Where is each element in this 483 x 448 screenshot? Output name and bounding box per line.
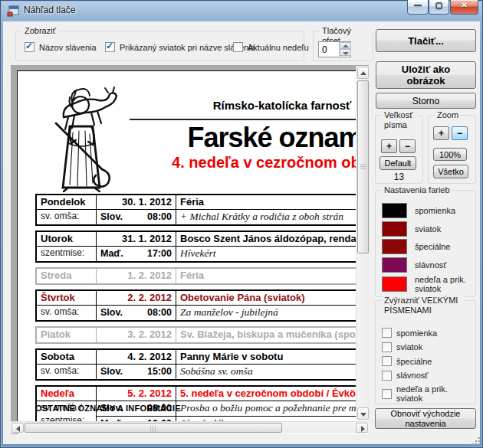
color-swatch[interactable] xyxy=(382,257,407,273)
bulletin-title: Farské oznamy xyxy=(117,122,369,154)
check-icon: ✓ xyxy=(106,41,113,51)
show-option-checkbox[interactable]: ✓Názov slávenia xyxy=(25,42,97,52)
print-button[interactable]: Tlačiť... xyxy=(376,29,476,52)
zoom-in-button[interactable]: + xyxy=(433,126,449,140)
highlight-checkbox[interactable]: slávnosť xyxy=(382,371,462,381)
mass-row-list: Slov.15:00Sobášna sv. omša xyxy=(97,365,369,379)
mass-language: Slov. xyxy=(100,365,123,379)
print-offset-value: 0 xyxy=(322,44,327,55)
save-as-image-button[interactable]: Uložiť ako obrázok xyxy=(376,61,476,89)
color-setting-row: sviatok xyxy=(382,221,470,237)
checkbox-box[interactable]: ✓ xyxy=(105,42,115,52)
checkbox-box[interactable] xyxy=(382,342,392,352)
day-date: 1. 2. 2012 xyxy=(97,269,176,283)
celebration-title: Panny Márie v sobotu xyxy=(176,350,369,364)
arrow-right-icon xyxy=(361,426,365,432)
zoom-out-button[interactable]: − xyxy=(452,126,468,140)
color-swatch[interactable] xyxy=(382,276,407,292)
zoom-group: Zoom + − 100% Všetko xyxy=(428,115,476,184)
day-name: Pondelok xyxy=(37,195,97,209)
show-option-checkbox[interactable]: Aktuálnu nedeľu xyxy=(233,42,309,52)
day-date: 5. 2. 2012 xyxy=(97,387,176,401)
scroll-up-button[interactable] xyxy=(357,67,369,79)
show-options-label: Zobraziť xyxy=(22,26,58,36)
mass-time: 15:00 xyxy=(147,365,172,379)
highlight-checkbox[interactable]: spomienka xyxy=(382,328,462,338)
print-offset-spinner[interactable]: 0 xyxy=(318,41,351,57)
horizontal-scroll-thumb[interactable] xyxy=(25,423,282,433)
color-swatch[interactable] xyxy=(382,221,407,237)
color-swatch[interactable] xyxy=(382,203,407,218)
minimize-button[interactable]: — xyxy=(407,0,429,15)
day-row: Štvrtok2. 2. 2012Obetovanie Pána (sviato… xyxy=(37,291,369,306)
highlight-checkbox-label: nedeľa a prik. sviatok xyxy=(396,384,462,403)
highlight-checkbox-label: slávnosť xyxy=(396,371,462,380)
scroll-left-button[interactable] xyxy=(12,423,24,433)
scroll-right-button[interactable] xyxy=(356,423,368,433)
day-row: Utorok31. 1. 2012Bosco Szent János áldoz… xyxy=(37,232,369,247)
highlight-uppercase-label: Zvýrazniť VEĽKÝMI PÍSMENAMI xyxy=(382,296,465,316)
zoom-fit-all-button[interactable]: Všetko xyxy=(433,165,468,178)
resize-grip[interactable] xyxy=(472,437,481,446)
highlight-checkbox[interactable]: nedeľa a prik. sviatok xyxy=(382,384,462,403)
table-row: Pondelok30. 1. 2012Fériasv. omša:Slov.08… xyxy=(35,194,369,226)
font-size-increase-button[interactable]: + xyxy=(381,139,397,153)
spinner-down-button[interactable] xyxy=(340,49,351,56)
celebration-title: Obetovanie Pána (sviatok) xyxy=(176,291,369,305)
table-row: Štvrtok2. 2. 2012Obetovanie Pána (sviato… xyxy=(35,289,369,322)
mass-type-line: sv. omša: xyxy=(41,210,96,223)
zoom-100-button[interactable]: 100% xyxy=(433,148,467,161)
day-date: 31. 1. 2012 xyxy=(97,232,176,246)
highlight-checkbox[interactable]: sviatok xyxy=(382,342,462,352)
checkbox-box[interactable] xyxy=(382,328,392,338)
day-name: Streda xyxy=(37,269,97,283)
maximize-button[interactable]: ▢ xyxy=(429,0,449,15)
vertical-scrollbar[interactable] xyxy=(356,66,369,420)
mass-row-list: Maď.17:00Hívekért xyxy=(97,247,369,261)
mass-type-line: szentmise: xyxy=(41,247,96,260)
celebration-title: Bosco Szent János áldozópap, rendalapító xyxy=(176,232,369,246)
arrow-up-icon xyxy=(343,44,349,47)
checkbox-box[interactable] xyxy=(382,371,392,381)
horizontal-scrollbar[interactable] xyxy=(11,421,369,433)
print-offset-group: Tlačový ofset 0 xyxy=(313,31,373,61)
checkbox-box[interactable] xyxy=(233,42,243,52)
mass-lang-time: Slov.15:00 xyxy=(97,365,176,379)
cancel-button[interactable]: Storno xyxy=(376,93,476,109)
highlight-checkbox-label: sviatok xyxy=(396,342,462,352)
mass-rows: szentmise:Maď.17:00Hívekért xyxy=(37,247,369,261)
day-row: Piatok3. 2. 2012Sv. Blažeja, biskupa a m… xyxy=(37,328,369,342)
celebration-title: 5. nedeľa v cezročnom období / Évközi 5.… xyxy=(176,387,369,401)
preview-page: Rímsko-katolícka farnosť Farské oznamy 4… xyxy=(17,70,369,434)
day-name: Sobota xyxy=(37,350,97,364)
highlight-checkbox[interactable]: špeciálne xyxy=(382,356,462,366)
window-title: Náhľad tlače xyxy=(24,5,76,15)
font-size-decrease-button[interactable]: − xyxy=(399,139,416,153)
day-name: Nedeľa xyxy=(37,387,97,401)
arrow-down-icon xyxy=(343,52,349,55)
vertical-scroll-thumb[interactable] xyxy=(357,80,369,253)
checkbox-box[interactable] xyxy=(382,356,392,366)
close-icon: ✕ xyxy=(451,1,478,9)
table-row: Streda1. 2. 2012Féria xyxy=(35,267,369,285)
color-swatch[interactable] xyxy=(382,239,407,254)
arrow-up-icon xyxy=(360,71,366,75)
color-setting-row: nedeľa a prik. sviatok xyxy=(382,275,470,293)
minimize-icon: — xyxy=(408,1,428,9)
mass-language: Maď. xyxy=(100,247,123,261)
spinner-up-button[interactable] xyxy=(340,42,351,49)
table-row: Piatok3. 2. 2012Sv. Blažeja, biskupa a m… xyxy=(35,326,369,344)
close-button[interactable]: ✕ xyxy=(450,0,478,15)
title-bar[interactable]: Náhľad tlače — ▢ ✕ xyxy=(0,0,483,21)
app-form-icon xyxy=(7,5,19,17)
check-icon: ✓ xyxy=(25,41,33,51)
mass-type-label: sv. omša: xyxy=(37,306,97,320)
mass-rows: sv. omša:Slov.08:00Za manželov - jubilej… xyxy=(37,306,369,320)
checkbox-box[interactable]: ✓ xyxy=(25,42,34,52)
mass-time: 17:00 xyxy=(147,247,172,261)
scroll-down-button[interactable] xyxy=(357,407,369,420)
restore-defaults-button[interactable]: Obnoviť východzie nastavenia xyxy=(375,408,476,429)
bulletin-subtitle: 4. nedeľa v cezročnom období xyxy=(117,154,369,172)
checkbox-box[interactable] xyxy=(382,389,392,399)
font-size-default-button[interactable]: Default xyxy=(380,156,416,170)
